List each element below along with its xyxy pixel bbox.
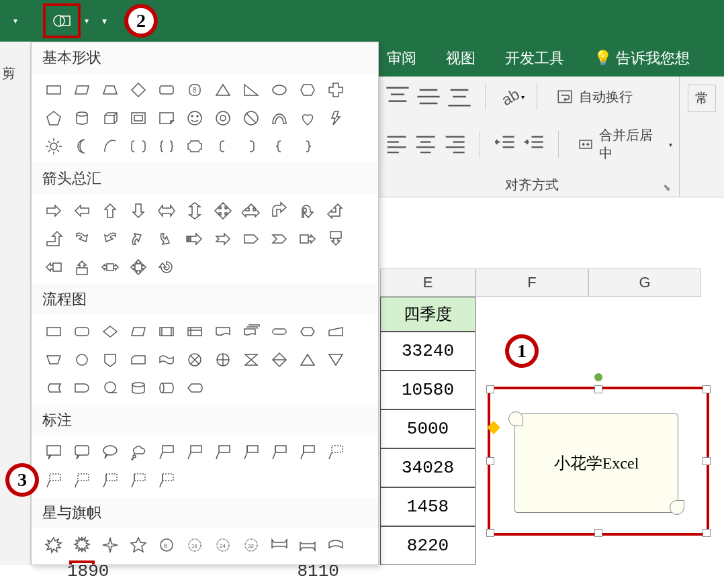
shape-4pt-star[interactable] [97, 532, 123, 558]
shape-fc-display[interactable] [182, 375, 208, 401]
shape-right-arrow[interactable] [41, 198, 66, 224]
cell-header-q4[interactable]: 四季度 [380, 297, 476, 332]
align-bottom-button[interactable] [446, 83, 473, 110]
shape-left-bracket[interactable] [210, 134, 236, 159]
shape-pentagon-arrow[interactable] [238, 226, 264, 252]
wrap-text-button[interactable]: 自动换行 [549, 85, 639, 109]
number-format-dropdown[interactable]: 常 [688, 85, 716, 112]
shape-fc-magnetic-disk[interactable] [126, 375, 151, 401]
shape-parallelogram[interactable] [69, 77, 95, 103]
shape-callout-accent1[interactable] [238, 440, 264, 465]
shape-arc-block[interactable] [267, 105, 292, 131]
column-header-F[interactable]: F [476, 268, 588, 297]
align-middle-button[interactable] [415, 83, 442, 110]
shape-fc-process[interactable] [41, 319, 66, 344]
shape-8pt-star-seal[interactable]: 8 [154, 532, 179, 558]
shape-quad-arrow[interactable] [210, 198, 236, 224]
shape-fc-multidoc[interactable] [238, 319, 264, 344]
shape-octagon-badge[interactable]: 8 [182, 77, 208, 103]
shape-fc-punched-tape[interactable] [154, 347, 179, 373]
cell-E-r2[interactable]: 10580 [380, 371, 476, 409]
alignment-dialog-launcher[interactable]: ⬊ [663, 182, 671, 193]
shape-fc-decision[interactable] [97, 319, 123, 344]
shape-notched-right-arrow[interactable] [210, 226, 236, 252]
shape-fc-summing[interactable] [182, 347, 208, 373]
tab-review[interactable]: 审阅 [384, 40, 419, 77]
cell-E-r5[interactable]: 1458 [380, 487, 476, 526]
shape-down-arrow[interactable] [126, 198, 151, 224]
shape-fc-predefined[interactable] [154, 319, 179, 344]
shape-callout-line2[interactable] [182, 440, 208, 465]
shape-trapezoid[interactable] [97, 77, 123, 103]
shape-horizontal-scroll[interactable] [97, 560, 123, 565]
selected-scroll-shape[interactable]: 小花学Excel [488, 387, 709, 536]
shape-32pt-star[interactable]: 32 [238, 532, 264, 558]
shape-arc[interactable] [97, 134, 123, 159]
tab-developer[interactable]: 开发工具 [502, 40, 567, 77]
shape-fc-preparation[interactable] [295, 319, 320, 344]
shape-callout-line1[interactable] [154, 440, 179, 465]
shape-callout-noborder4[interactable] [154, 468, 179, 493]
shape-16pt-star[interactable]: 16 [182, 532, 208, 558]
shape-smiley[interactable] [182, 105, 208, 131]
handle-ne[interactable] [703, 385, 711, 393]
shape-fc-offpage[interactable] [97, 347, 123, 373]
qat-dropdown-icon[interactable]: ▾ [85, 16, 89, 26]
cell-E-r1[interactable]: 33240 [380, 332, 476, 371]
shape-curved-up-arrow[interactable] [126, 226, 151, 252]
shape-left-right-arrow[interactable] [154, 198, 179, 224]
shape-fc-internal-storage[interactable] [182, 319, 208, 344]
shape-fc-card[interactable] [126, 347, 151, 373]
shape-callout-noborder2[interactable] [97, 468, 123, 493]
shape-text[interactable]: 小花学Excel [554, 452, 639, 474]
shape-fc-direct-access[interactable] [154, 375, 179, 401]
shape-fc-terminator[interactable] [267, 319, 292, 344]
decrease-indent-button[interactable] [492, 131, 517, 158]
shape-curved-right-arrow[interactable] [69, 226, 95, 252]
increase-indent-button[interactable] [521, 131, 546, 158]
shape-wave[interactable] [126, 560, 151, 565]
shape-fc-delay[interactable] [69, 375, 95, 401]
orientation-button[interactable]: ab▾ [498, 83, 525, 110]
shape-left-right-up-arrow[interactable] [238, 198, 264, 224]
shape-donut[interactable] [210, 105, 236, 131]
handle-s[interactable] [594, 529, 602, 537]
shape-cube[interactable] [97, 105, 123, 131]
handle-n[interactable] [594, 385, 602, 393]
shape-bevel[interactable] [126, 105, 151, 131]
tab-view[interactable]: 视图 [443, 40, 478, 77]
shape-double-bracket[interactable] [126, 134, 151, 159]
shape-hexagon[interactable] [295, 77, 320, 103]
shape-up-down-arrow[interactable] [182, 198, 208, 224]
shape-cross[interactable] [323, 77, 349, 103]
shape-fc-connector[interactable] [69, 347, 95, 373]
shape-vertical-scroll[interactable] [69, 560, 95, 565]
merge-center-button[interactable]: 合并后居中 ▾ [571, 124, 679, 165]
shape-callout-noborder3[interactable] [126, 468, 151, 493]
align-top-button[interactable] [384, 83, 411, 110]
shape-striped-right-arrow[interactable] [182, 226, 208, 252]
shape-bent-arrow[interactable] [267, 198, 292, 224]
shape-callout-rounded[interactable] [69, 440, 95, 465]
shape-right-bracket[interactable] [238, 134, 264, 159]
qat-customize-icon[interactable]: ▾ [102, 15, 107, 26]
adjust-handle[interactable] [487, 421, 500, 434]
shape-callout-rect[interactable] [41, 440, 66, 465]
shape-sun[interactable] [41, 134, 66, 159]
shape-moon[interactable] [69, 134, 95, 159]
shape-fc-merge[interactable] [323, 347, 349, 373]
shape-fc-extract[interactable] [295, 347, 320, 373]
shape-left-up-arrow[interactable] [323, 198, 349, 224]
shape-left-brace[interactable] [267, 134, 292, 159]
handle-e[interactable] [703, 457, 711, 465]
shape-right-arrow-callout[interactable] [295, 226, 320, 252]
shape-left-arrow-callout[interactable] [41, 254, 66, 280]
shape-no-symbol[interactable] [238, 105, 264, 131]
shape-callout-accent3[interactable] [295, 440, 320, 465]
shape-double-wave[interactable] [154, 560, 179, 565]
shape-lightning[interactable] [323, 105, 349, 131]
cell-E-r6[interactable]: 8220 [380, 526, 476, 565]
shape-fc-data[interactable] [126, 319, 151, 344]
shape-chevron[interactable] [267, 226, 292, 252]
shape-callout-noborder1[interactable] [69, 468, 95, 493]
